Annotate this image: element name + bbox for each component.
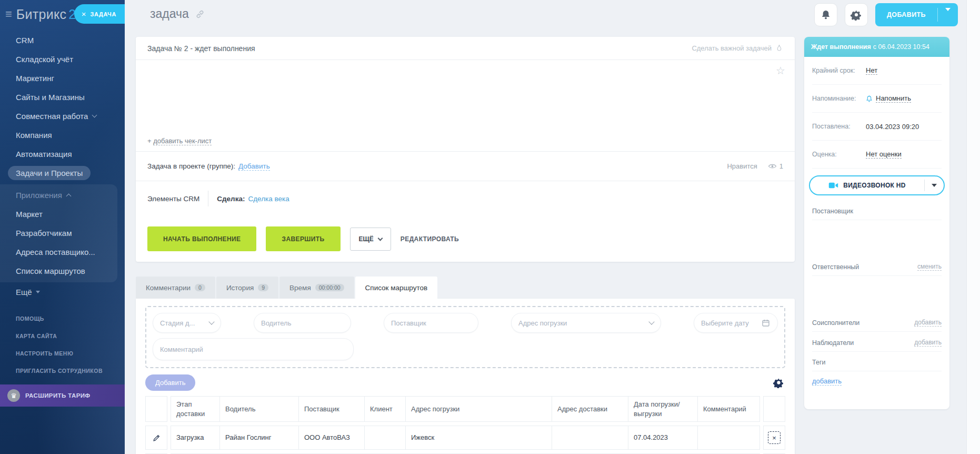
scrollbar[interactable]: [966, 0, 980, 454]
col-header-date: Дата погрузки/ выгрузки: [628, 397, 697, 421]
sidebar-footer: ПОМОЩЬ КАРТА САЙТА НАСТРОИТЬ МЕНЮ ПРИГЛА…: [0, 310, 125, 407]
sidebar-link-sitemap[interactable]: КАРТА САЙТА: [0, 327, 125, 344]
created-value: 03.04.2023 09:20: [866, 123, 919, 131]
add-button[interactable]: ДОБАВИТЬ: [875, 3, 958, 26]
sidebar-nav: CRM Складской учёт Маркетинг Сайты и Маг…: [0, 28, 125, 301]
project-add-link[interactable]: Добавить: [238, 162, 270, 171]
rating-value[interactable]: Нет оценки: [866, 150, 902, 159]
deadline-value[interactable]: Нет: [866, 66, 877, 75]
tab-comments[interactable]: Комментарии 0: [136, 277, 215, 299]
sidebar-link-configure-menu[interactable]: НАСТРОИТЬ МЕНЮ: [0, 344, 125, 362]
video-call-dropdown[interactable]: [925, 184, 944, 187]
checklist-row: + добавить чек-лист: [136, 131, 795, 152]
sidebar-item-label: Адреса поставщико...: [16, 248, 95, 256]
sidebar-item-automation[interactable]: Автоматизация: [0, 144, 125, 163]
created-label: Поставлена:: [812, 123, 866, 130]
video-call-button[interactable]: ВИДЕОЗВОНОК HD: [809, 175, 945, 195]
date-placeholder: Выберите дату: [701, 319, 749, 327]
status-bar: Ждет выполнения с 06.04.2023 10:54: [804, 37, 949, 57]
add-tag-link[interactable]: добавить: [812, 377, 842, 386]
sidebar-item-route-list[interactable]: Список маршрутов: [0, 261, 117, 280]
more-label: ЕЩЁ: [359, 235, 374, 243]
status-title: Ждет выполнения: [811, 43, 871, 51]
col-header-stage: Этап доставки: [171, 397, 219, 421]
add-button-dropdown[interactable]: [938, 11, 958, 18]
sidebar-item-warehouse[interactable]: Складской учёт: [0, 50, 125, 68]
creator-label: Постановщик: [812, 208, 853, 215]
gear-icon: [851, 9, 862, 21]
comment-input[interactable]: [160, 346, 346, 353]
supplier-field[interactable]: [384, 313, 478, 333]
task-description-area[interactable]: ☆: [136, 60, 795, 131]
add-observer-link[interactable]: добавить: [914, 339, 942, 347]
expand-tariff-button[interactable]: ♛ РАСШИРИТЬ ТАРИФ: [0, 384, 125, 407]
hamburger-icon[interactable]: ≡: [5, 8, 12, 20]
flame-icon: [775, 44, 783, 53]
add-coexecutor-link[interactable]: добавить: [914, 319, 942, 327]
eye-icon: [768, 163, 777, 170]
tab-history[interactable]: История 9: [216, 277, 278, 299]
task-title: Задача № 2 - ждет выполнения: [147, 44, 255, 53]
stage-select[interactable]: Стадия д...: [153, 313, 221, 333]
responsible-label: Ответственный: [812, 263, 859, 271]
like-button[interactable]: Нравится: [727, 162, 757, 170]
sidebar-item-market[interactable]: Маркет: [0, 204, 117, 223]
change-responsible-link[interactable]: сменить: [917, 263, 942, 271]
add-checklist-link[interactable]: + добавить чек-лист: [147, 137, 212, 145]
finish-button[interactable]: ЗАВЕРШИТЬ: [266, 226, 340, 251]
more-actions-button[interactable]: ЕЩЁ: [350, 228, 391, 251]
task-actions-row: НАЧАТЬ ВЫПОЛНЕНИЕ ЗАВЕРШИТЬ ЕЩЁ РЕДАКТИР…: [136, 216, 795, 262]
sidebar-item-label: Компания: [16, 131, 52, 140]
sidebar-item-more[interactable]: Ещё: [0, 282, 125, 301]
date-picker-field[interactable]: Выберите дату: [694, 313, 778, 333]
coexecutors-section: Соисполнители добавить: [812, 312, 942, 332]
tab-time[interactable]: Время 00:00:00: [279, 277, 354, 299]
sidebar-group-apps[interactable]: Приложения: [0, 185, 117, 204]
settings-button[interactable]: [845, 3, 868, 26]
edit-row-button[interactable]: [145, 426, 167, 450]
open-task-tab[interactable]: × ЗАДАЧА: [74, 4, 125, 24]
grid-settings-button[interactable]: [773, 377, 784, 388]
copy-link-icon[interactable]: [195, 9, 205, 19]
add-checklist-label: добавить чек-лист: [153, 137, 212, 145]
sidebar-item-crm[interactable]: CRM: [0, 31, 125, 50]
sidebar-item-sites[interactable]: Сайты и Магазины: [0, 87, 125, 106]
sidebar-item-marketing[interactable]: Маркетинг: [0, 68, 125, 87]
sidebar-link-help[interactable]: ПОМОЩЬ: [0, 310, 125, 327]
chevron-up-icon: [66, 193, 71, 199]
driver-field[interactable]: [254, 313, 351, 333]
sidebar-item-tasks-projects[interactable]: Задачи и Проекты: [0, 163, 125, 182]
sidebar-item-company[interactable]: Компания: [0, 125, 125, 144]
sidebar-item-supplier-addresses[interactable]: Адреса поставщико...: [0, 242, 117, 261]
deal-link[interactable]: Сделка века: [248, 195, 289, 203]
star-icon[interactable]: ☆: [776, 65, 785, 76]
tab-label: История: [226, 284, 254, 292]
coexecutors-label: Соисполнители: [812, 319, 859, 327]
comment-field[interactable]: [153, 338, 354, 360]
supplier-input[interactable]: [391, 319, 471, 327]
load-address-select[interactable]: Адрес погрузки: [511, 313, 661, 333]
routes-filter: Стадия д... Адрес погрузки Выберите дату: [145, 306, 785, 368]
delete-row-button[interactable]: ×: [768, 431, 781, 444]
make-important-button[interactable]: Сделать важной задачей: [692, 44, 783, 53]
sidebar-item-collaboration[interactable]: Совместная работа: [0, 106, 125, 125]
sidebar-item-developers[interactable]: Разработчикам: [0, 223, 117, 242]
reminder-link[interactable]: Напомнить: [876, 94, 911, 103]
sidebar-link-invite-employees[interactable]: ПРИГЛАСИТЬ СОТРУДНИКОВ: [0, 362, 125, 379]
close-icon[interactable]: ×: [82, 10, 86, 18]
bell-icon: [820, 9, 832, 21]
notifications-button[interactable]: [814, 3, 837, 26]
add-route-button[interactable]: Добавить: [145, 374, 195, 391]
rating-label: Оценка:: [812, 151, 866, 158]
driver-input[interactable]: [261, 319, 344, 327]
make-important-label: Сделать важной задачей: [692, 44, 772, 52]
chevron-down-icon: [377, 235, 383, 241]
logo-brand[interactable]: Битрикс: [16, 7, 67, 22]
tab-badge: 00:00:00: [315, 284, 344, 292]
task-tab-label: ЗАДАЧА: [91, 11, 116, 17]
start-execution-button[interactable]: НАЧАТЬ ВЫПОЛНЕНИЕ: [147, 226, 256, 251]
edit-button[interactable]: РЕДАКТИРОВАТЬ: [401, 235, 459, 243]
tab-route-list[interactable]: Список маршрутов: [355, 277, 438, 299]
sidebar-item-label: Список маршрутов: [16, 267, 85, 275]
col-header-load-address: Адрес погрузки: [405, 397, 552, 421]
